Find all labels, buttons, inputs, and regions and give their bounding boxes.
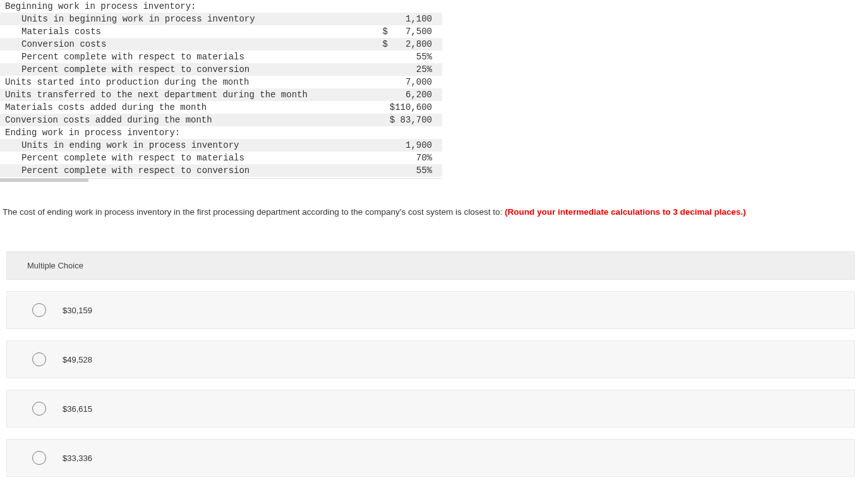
currency-symbol: $: [369, 27, 388, 37]
row-value: 55%: [366, 165, 442, 176]
row-label: Units in ending work in process inventor…: [0, 140, 366, 150]
row-label: Materials costs added during the month: [0, 102, 366, 112]
amount: 7,500: [388, 27, 432, 37]
table-row: Units started into production during the…: [0, 76, 442, 88]
amount: 25%: [416, 64, 432, 75]
horizontal-scrollbar[interactable]: [0, 178, 442, 182]
row-label: Materials costs: [0, 27, 366, 37]
row-value: 6,200: [366, 90, 442, 100]
row-value: 70%: [366, 153, 442, 163]
amount: 1,100: [406, 14, 432, 24]
row-label: Percent complete with respect to convers…: [0, 165, 366, 176]
table-row: Ending work in process inventory:: [0, 126, 442, 139]
amount: 1,900: [406, 140, 432, 150]
mc-option[interactable]: $33,336: [6, 439, 855, 477]
mc-option-label: $36,615: [63, 404, 92, 414]
table-row: Conversion costs$2,800: [0, 38, 442, 51]
row-label: Units started into production during the…: [0, 77, 366, 87]
amount: 55%: [416, 165, 432, 176]
row-label: Units transferred to the next department…: [0, 90, 366, 100]
radio-icon[interactable]: [32, 402, 46, 416]
radio-icon[interactable]: [32, 451, 46, 465]
row-label: Units in beginning work in process inven…: [0, 14, 366, 24]
row-label: Conversion costs added during the month: [0, 115, 366, 125]
row-value: $110,600: [366, 102, 442, 112]
multiple-choice-header: Multiple Choice: [6, 251, 855, 280]
row-value: 25%: [366, 64, 442, 75]
question-text: The cost of ending work in process inven…: [0, 207, 861, 217]
currency-symbol: $: [369, 39, 388, 49]
mc-option[interactable]: $36,615: [6, 390, 855, 428]
table-row: Percent complete with respect to materia…: [0, 51, 442, 63]
amount: 70%: [416, 153, 432, 163]
amount: $110,600: [390, 102, 432, 112]
question-body: The cost of ending work in process inven…: [3, 207, 505, 217]
amount: $ 83,700: [390, 115, 432, 125]
mc-option-label: $30,159: [63, 306, 92, 315]
table-row: Beginning work in process inventory:: [0, 0, 442, 13]
data-table: Beginning work in process inventory:Unit…: [0, 0, 442, 177]
amount: 7,000: [406, 77, 432, 87]
amount: 6,200: [406, 90, 432, 100]
row-label: Conversion costs: [0, 39, 366, 49]
row-label: Beginning work in process inventory:: [0, 1, 366, 11]
question-note: (Round your intermediate calculations to…: [505, 207, 746, 217]
table-row: Units in ending work in process inventor…: [0, 139, 442, 152]
row-label: Percent complete with respect to materia…: [0, 153, 366, 163]
amount: 55%: [416, 52, 432, 62]
mc-option[interactable]: $30,159: [6, 291, 855, 329]
radio-icon[interactable]: [32, 352, 46, 366]
table-row: Percent complete with respect to materia…: [0, 152, 442, 164]
table-row: Materials costs added during the month$1…: [0, 101, 442, 114]
row-value: [366, 128, 442, 138]
table-row: Units in beginning work in process inven…: [0, 13, 442, 25]
row-label: Ending work in process inventory:: [0, 128, 366, 138]
table-row: Percent complete with respect to convers…: [0, 63, 442, 76]
row-value: $7,500: [366, 27, 442, 37]
amount: 2,800: [388, 39, 432, 49]
row-label: Percent complete with respect to convers…: [0, 64, 366, 75]
row-value: 1,100: [366, 14, 442, 24]
row-value: 1,900: [366, 140, 442, 150]
table-row: Materials costs$7,500: [0, 25, 442, 38]
table-row: Percent complete with respect to convers…: [0, 164, 442, 177]
row-value: $ 83,700: [366, 115, 442, 125]
mc-option-label: $33,336: [63, 453, 92, 463]
row-value: [366, 1, 442, 11]
row-value: $2,800: [366, 39, 442, 49]
row-label: Percent complete with respect to materia…: [0, 52, 366, 62]
multiple-choice-options: $30,159$49,528$36,615$33,336: [6, 291, 855, 477]
radio-icon[interactable]: [32, 303, 46, 317]
mc-header-label: Multiple Choice: [27, 261, 83, 270]
row-value: 7,000: [366, 77, 442, 87]
row-value: 55%: [366, 52, 442, 62]
table-row: Conversion costs added during the month$…: [0, 114, 442, 126]
mc-option[interactable]: $49,528: [6, 340, 855, 378]
mc-option-label: $49,528: [63, 355, 92, 364]
table-row: Units transferred to the next department…: [0, 88, 442, 101]
